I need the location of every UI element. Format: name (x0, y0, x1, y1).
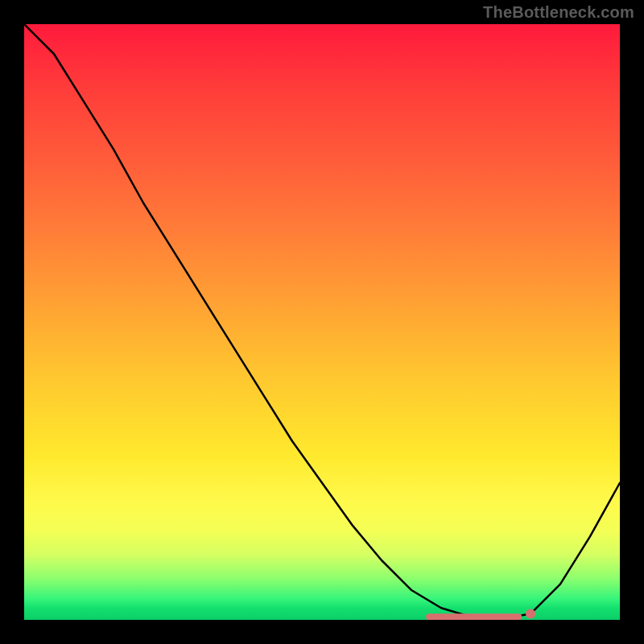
chart-curve-svg (24, 24, 620, 620)
chart-frame: TheBottleneck.com (0, 0, 644, 644)
plot-area (24, 24, 620, 620)
watermark-text: TheBottleneck.com (483, 3, 634, 22)
main-curve (24, 24, 620, 617)
highlight-dot (526, 609, 535, 619)
